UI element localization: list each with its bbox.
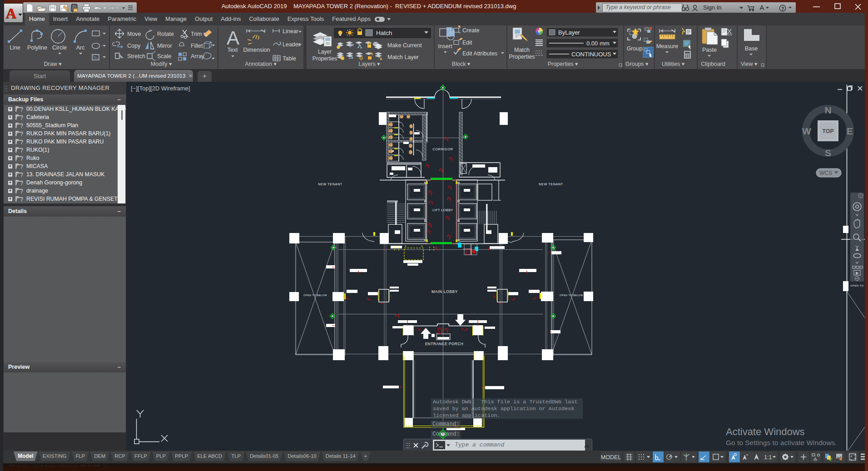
svg-text:ByLayer: ByLayer (558, 29, 580, 36)
svg-text:Group: Group (627, 45, 643, 52)
svg-text:NEW TENANT: NEW TENANT (318, 182, 342, 186)
svg-text:Hatch: Hatch (376, 30, 392, 36)
svg-text:MAIN LOBBY: MAIN LOBBY (432, 289, 458, 294)
svg-text:Edit: Edit (462, 40, 472, 46)
svg-text:OPEN TO BELOW: OPEN TO BELOW (560, 294, 583, 297)
svg-text:Layer: Layer (318, 49, 332, 55)
svg-text:Insert: Insert (438, 43, 452, 50)
svg-text:Arc: Arc (76, 45, 85, 51)
svg-text:Fillet: Fillet (191, 43, 203, 49)
svg-text:A: A (6, 5, 17, 21)
svg-text:Match Layer: Match Layer (387, 54, 419, 60)
svg-text:Move: Move (127, 31, 141, 37)
svg-text:Linear: Linear (283, 28, 298, 35)
svg-text:W: W (802, 126, 811, 136)
svg-text:CONTINUOUS: CONTINUOUS (571, 51, 611, 58)
svg-text:Trim: Trim (191, 31, 202, 37)
svg-text:?: ? (781, 6, 784, 11)
svg-text:MODEL: MODEL (601, 454, 621, 461)
svg-text:E: E (847, 126, 853, 136)
svg-text:Match: Match (514, 47, 530, 53)
svg-text:Block ▾: Block ▾ (452, 61, 471, 67)
svg-text:Layers ▾: Layers ▾ (358, 61, 380, 67)
svg-text:Copy: Copy (127, 43, 141, 49)
svg-text:Make Current: Make Current (387, 42, 422, 49)
svg-text:Annotation ▾: Annotation ▾ (245, 61, 277, 67)
svg-text:Properties ▾: Properties ▾ (548, 61, 578, 67)
svg-text:Modify ▾: Modify ▾ (151, 61, 172, 67)
svg-text:Line: Line (10, 45, 20, 51)
svg-text:View ▾: View ▾ (741, 61, 758, 67)
svg-text:Sign In: Sign In (703, 4, 721, 11)
svg-text:Edit Attributes: Edit Attributes (462, 50, 497, 57)
svg-text:Clipboard: Clipboard (701, 61, 725, 67)
svg-text:Text: Text (228, 47, 238, 53)
svg-text:Create: Create (462, 27, 480, 34)
svg-text:OPEN TO: OPEN TO (850, 284, 864, 287)
svg-text:Leader: Leader (283, 41, 300, 48)
svg-text:0.00 mm: 0.00 mm (586, 40, 610, 47)
svg-text:1:1: 1:1 (764, 454, 772, 461)
svg-text:Properties: Properties (509, 54, 535, 60)
svg-text:Base: Base (745, 45, 758, 52)
svg-text:ENTRANCE PORCH: ENTRANCE PORCH (425, 342, 463, 346)
svg-text:Array: Array (191, 53, 205, 59)
svg-text:Polyline: Polyline (27, 45, 47, 51)
svg-text:Table: Table (283, 55, 296, 62)
svg-text:A: A (227, 27, 239, 49)
svg-text:Groups ▾: Groups ▾ (625, 61, 649, 67)
svg-text:Measure: Measure (656, 43, 679, 50)
svg-text:Stretch: Stretch (127, 53, 145, 59)
svg-text:Mirror: Mirror (157, 43, 172, 49)
svg-text:Dimension: Dimension (243, 47, 270, 53)
svg-text:Properties: Properties (312, 55, 337, 62)
svg-text:Paste: Paste (702, 47, 717, 53)
svg-text:Scale: Scale (157, 53, 171, 59)
svg-text:Utilities ▾: Utilities ▾ (662, 61, 685, 67)
svg-text:OPEN TO BELOW: OPEN TO BELOW (303, 294, 327, 297)
svg-text:Circle: Circle (52, 45, 67, 51)
svg-text:WCS: WCS (819, 170, 832, 176)
svg-text:TOP: TOP (822, 128, 833, 134)
svg-text:S: S (825, 148, 831, 158)
svg-text:N: N (824, 105, 831, 115)
svg-text:Draw ▾: Draw ▾ (44, 61, 62, 67)
svg-text:LIFT LOBBY: LIFT LOBBY (432, 208, 453, 212)
svg-text:CORRIDOR: CORRIDOR (432, 147, 453, 151)
svg-text:Rotate: Rotate (157, 31, 174, 37)
svg-text:NEW TENANT: NEW TENANT (539, 182, 563, 186)
